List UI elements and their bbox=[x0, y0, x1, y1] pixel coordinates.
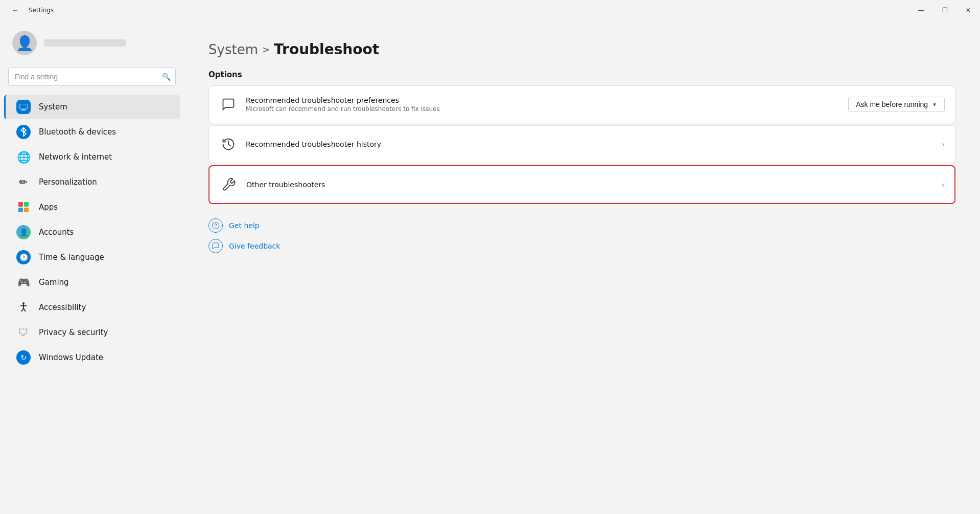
svg-rect-3 bbox=[18, 202, 23, 207]
breadcrumb-current: Troubleshoot bbox=[274, 41, 379, 58]
card-row-title-history: Recommended troubleshooter history bbox=[246, 140, 934, 148]
svg-rect-4 bbox=[24, 202, 29, 207]
avatar: 👤 bbox=[12, 31, 37, 55]
breadcrumb-parent[interactable]: System bbox=[208, 42, 258, 57]
sidebar-item-network[interactable]: 🌐 Network & internet bbox=[4, 145, 180, 169]
sidebar-item-label-privacy: Privacy & security bbox=[39, 328, 108, 337]
sidebar-item-label-update: Windows Update bbox=[39, 353, 103, 362]
card-row-recommended-prefs[interactable]: Recommended troubleshooter preferences M… bbox=[209, 86, 955, 123]
svg-point-13 bbox=[215, 227, 216, 228]
sidebar-item-label-accessibility: Accessibility bbox=[39, 303, 86, 312]
dropdown-value: Ask me before running bbox=[856, 100, 928, 108]
profile-section: 👤 bbox=[0, 20, 184, 65]
svg-point-12 bbox=[212, 222, 219, 229]
nav-list: System Bluetooth & devices 🌐 bbox=[0, 94, 184, 370]
gaming-icon: 🎮 bbox=[16, 275, 31, 289]
card-row-history[interactable]: Recommended troubleshooter history › bbox=[209, 126, 955, 163]
sidebar-item-label-bluetooth: Bluetooth & devices bbox=[39, 127, 116, 137]
back-button[interactable]: ← bbox=[8, 3, 22, 17]
sidebar-item-accounts[interactable]: 👤 Accounts bbox=[4, 220, 180, 244]
sidebar-item-label-gaming: Gaming bbox=[39, 278, 69, 287]
history-chevron-icon: › bbox=[942, 140, 945, 148]
accounts-icon: 👤 bbox=[16, 225, 31, 239]
card-row-text-history: Recommended troubleshooter history bbox=[246, 140, 934, 148]
svg-point-7 bbox=[22, 302, 25, 304]
sidebar-item-label-apps: Apps bbox=[39, 203, 58, 212]
titlebar-title: Settings bbox=[29, 7, 54, 14]
sidebar-item-label-network: Network & internet bbox=[39, 152, 112, 162]
avatar-icon: 👤 bbox=[16, 35, 34, 52]
sidebar: 👤 🔍 System bbox=[0, 20, 184, 514]
breadcrumb: System > Troubleshoot bbox=[208, 41, 955, 58]
other-troubleshooters-icon bbox=[220, 175, 238, 194]
sidebar-item-apps[interactable]: Apps bbox=[4, 195, 180, 219]
card-recommended-prefs: Recommended troubleshooter preferences M… bbox=[208, 85, 955, 123]
card-row-title-prefs: Recommended troubleshooter preferences bbox=[246, 96, 840, 104]
breadcrumb-separator: > bbox=[262, 44, 270, 55]
sidebar-item-update[interactable]: ↻ Windows Update bbox=[4, 345, 180, 370]
history-icon bbox=[219, 135, 238, 153]
card-recommended-history[interactable]: Recommended troubleshooter history › bbox=[208, 125, 955, 163]
profile-name bbox=[44, 39, 126, 47]
titlebar-controls: — ❐ ✕ bbox=[909, 0, 980, 20]
dropdown-chevron-icon: ▼ bbox=[932, 102, 937, 107]
sidebar-item-personalization[interactable]: ✏️ Personalization bbox=[4, 170, 180, 194]
svg-rect-5 bbox=[18, 208, 23, 212]
privacy-icon: 🛡 bbox=[16, 325, 31, 340]
system-icon bbox=[16, 100, 31, 114]
troubleshooter-prefs-icon bbox=[219, 95, 238, 114]
sidebar-item-label-system: System bbox=[39, 102, 67, 111]
svg-line-11 bbox=[24, 308, 26, 311]
svg-rect-1 bbox=[21, 109, 26, 110]
card-other-troubleshooters[interactable]: Other troubleshooters › bbox=[208, 165, 955, 204]
sidebar-item-privacy[interactable]: 🛡 Privacy & security bbox=[4, 320, 180, 345]
get-help-icon bbox=[208, 218, 223, 233]
get-help-label[interactable]: Get help bbox=[229, 221, 260, 230]
sidebar-item-gaming[interactable]: 🎮 Gaming bbox=[4, 270, 180, 295]
minimize-button[interactable]: — bbox=[909, 0, 933, 20]
accessibility-icon bbox=[16, 300, 31, 315]
time-icon: 🕐 bbox=[16, 250, 31, 264]
close-button[interactable]: ✕ bbox=[956, 0, 980, 20]
sidebar-item-time[interactable]: 🕐 Time & language bbox=[4, 245, 180, 270]
other-chevron-icon: › bbox=[941, 181, 944, 189]
search-box: 🔍 bbox=[8, 68, 176, 86]
update-icon: ↻ bbox=[16, 350, 31, 365]
apps-icon bbox=[16, 200, 31, 214]
content-area: 👤 🔍 System bbox=[0, 20, 980, 514]
main-content: System > Troubleshoot Options Recommende… bbox=[184, 20, 980, 514]
sidebar-item-system[interactable]: System bbox=[4, 95, 180, 119]
give-feedback-icon bbox=[208, 239, 223, 253]
sidebar-item-label-personalization: Personalization bbox=[39, 177, 97, 187]
card-row-text-other: Other troubleshooters bbox=[246, 181, 933, 189]
app-window: ← Settings — ❐ ✕ 👤 🔍 bbox=[0, 0, 980, 514]
give-feedback-link[interactable]: Give feedback bbox=[208, 239, 955, 253]
maximize-button[interactable]: ❐ bbox=[933, 0, 956, 20]
help-links: Get help Give feedback bbox=[208, 218, 955, 253]
get-help-link[interactable]: Get help bbox=[208, 218, 955, 233]
titlebar: ← Settings — ❐ ✕ bbox=[0, 0, 980, 20]
personalization-icon: ✏️ bbox=[16, 175, 31, 189]
sidebar-item-label-accounts: Accounts bbox=[39, 228, 74, 237]
network-icon: 🌐 bbox=[16, 150, 31, 164]
search-icon: 🔍 bbox=[162, 73, 171, 81]
troubleshooter-dropdown[interactable]: Ask me before running ▼ bbox=[848, 97, 945, 112]
sidebar-item-bluetooth[interactable]: Bluetooth & devices bbox=[4, 120, 180, 144]
card-row-subtitle-prefs: Microsoft can recommend and run troubles… bbox=[246, 105, 840, 113]
card-row-other[interactable]: Other troubleshooters › bbox=[209, 166, 954, 203]
bluetooth-icon bbox=[16, 125, 31, 139]
card-row-action-prefs: Ask me before running ▼ bbox=[848, 97, 945, 112]
section-title: Options bbox=[208, 70, 955, 79]
card-row-text-prefs: Recommended troubleshooter preferences M… bbox=[246, 96, 840, 113]
svg-rect-2 bbox=[20, 104, 27, 109]
give-feedback-label[interactable]: Give feedback bbox=[229, 242, 280, 250]
sidebar-item-accessibility[interactable]: Accessibility bbox=[4, 295, 180, 320]
svg-rect-6 bbox=[24, 208, 29, 212]
search-input[interactable] bbox=[8, 68, 176, 86]
card-row-title-other: Other troubleshooters bbox=[246, 181, 933, 189]
sidebar-item-label-time: Time & language bbox=[39, 253, 104, 262]
